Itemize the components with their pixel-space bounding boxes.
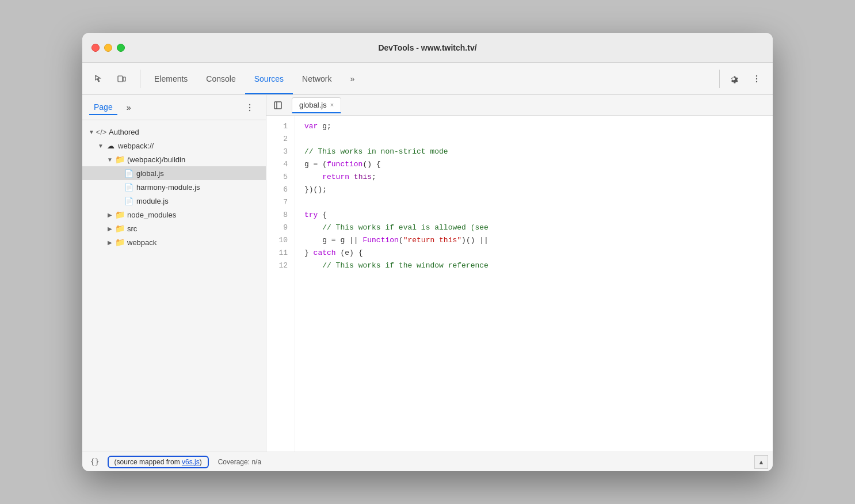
tab-sources[interactable]: Sources xyxy=(245,63,293,94)
format-button[interactable]: {} xyxy=(87,456,103,467)
expand-button[interactable]: ▲ xyxy=(754,455,768,469)
source-mapped-close: ) xyxy=(200,458,202,466)
webpack-folder-icon: 📁 xyxy=(114,237,125,247)
traffic-lights xyxy=(91,44,125,52)
settings-button[interactable] xyxy=(724,70,743,88)
buildin-arrow: ▼ xyxy=(105,155,114,164)
toolbar: Elements Console Sources Network » xyxy=(82,63,773,95)
cloud-icon: ☁ xyxy=(105,140,116,151)
code-line-2 xyxy=(304,133,764,146)
sidebar-menu-button[interactable] xyxy=(241,98,259,117)
toolbar-right-actions xyxy=(719,70,766,88)
svg-point-4 xyxy=(756,81,757,82)
node-modules-label: node_modules xyxy=(127,211,176,219)
code-line-7 xyxy=(304,196,764,209)
tab-network[interactable]: Network xyxy=(293,63,341,94)
code-line-8: try { xyxy=(304,209,764,222)
webpack-arrow: ▼ xyxy=(96,141,105,150)
more-options-button[interactable] xyxy=(747,70,766,88)
editor-tab-global-js[interactable]: global.js × xyxy=(292,97,341,113)
svg-point-6 xyxy=(249,106,250,108)
module-js-arrow xyxy=(114,196,124,205)
sidebar-tab-more[interactable]: » xyxy=(122,101,136,114)
sidebar-tab-page[interactable]: Page xyxy=(89,100,117,115)
node-modules-arrow: ▶ xyxy=(105,210,114,219)
webpack-folder-label: webpack xyxy=(127,238,157,247)
authored-arrow: ▼ xyxy=(87,127,96,136)
code-line-12: // This works if the window reference xyxy=(304,259,764,272)
main-layout: Page » ▼ </> Auth xyxy=(82,95,773,452)
module-js-file-icon: 📄 xyxy=(124,196,134,206)
code-line-11: } catch (e) { xyxy=(304,247,764,259)
global-js-label: global.js xyxy=(136,169,164,178)
svg-point-7 xyxy=(249,109,250,110)
maximize-button[interactable] xyxy=(117,44,125,52)
code-line-5: return this; xyxy=(304,171,764,184)
svg-point-3 xyxy=(756,78,757,79)
code-line-4: g = (function() { xyxy=(304,158,764,171)
source-mapped-badge: (source mapped from v6s.js) xyxy=(108,456,209,468)
editor-tab-close[interactable]: × xyxy=(330,101,334,108)
window-title: DevTools - www.twitch.tv/ xyxy=(378,43,476,52)
toggle-sidebar-button[interactable] xyxy=(271,98,285,112)
authored-label: Authored xyxy=(109,128,139,136)
webpack-label: webpack:// xyxy=(118,142,154,150)
webpack-folder-arrow: ▶ xyxy=(105,238,114,247)
svg-point-5 xyxy=(249,104,250,105)
sidebar-item-buildin[interactable]: ▼ 📁 (webpack)/buildin xyxy=(82,152,266,166)
close-button[interactable] xyxy=(91,44,100,52)
editor-tab-filename: global.js xyxy=(299,101,327,109)
minimize-button[interactable] xyxy=(104,44,112,52)
svg-point-2 xyxy=(756,75,757,76)
sidebar-item-harmony-module-js[interactable]: 📄 harmony-module.js xyxy=(82,180,266,194)
coverage-label: Coverage: n/a xyxy=(218,458,261,466)
src-folder-icon: 📁 xyxy=(114,223,125,234)
svg-rect-1 xyxy=(123,77,125,81)
inspect-element-button[interactable] xyxy=(89,70,108,88)
buildin-label: (webpack)/buildin xyxy=(127,155,185,164)
title-bar: DevTools - www.twitch.tv/ xyxy=(82,33,773,63)
sidebar-tree: ▼ </> Authored ▼ ☁ webpack:// ▼ 📁 (webpa… xyxy=(82,120,266,452)
sidebar-item-node-modules[interactable]: ▶ 📁 node_modules xyxy=(82,208,266,222)
svg-rect-8 xyxy=(274,102,281,109)
code-line-6: })(); xyxy=(304,184,764,196)
codetag-icon: </> xyxy=(96,127,106,137)
buildin-folder-icon: 📁 xyxy=(114,154,125,165)
sidebar-item-global-js[interactable]: 📄 global.js xyxy=(82,166,266,180)
harmony-module-arrow xyxy=(114,182,124,192)
tab-more[interactable]: » xyxy=(341,63,364,94)
source-mapped-text: (source mapped from xyxy=(114,458,182,466)
sidebar: Page » ▼ </> Auth xyxy=(82,95,266,452)
line-numbers: 1 2 3 4 5 6 7 8 9 10 11 12 xyxy=(266,116,295,452)
editor-tabs-bar: global.js × xyxy=(266,95,773,116)
code-line-9: // This works if eval is allowed (see xyxy=(304,222,764,234)
src-label: src xyxy=(127,224,137,233)
sidebar-item-webpack-folder[interactable]: ▶ 📁 webpack xyxy=(82,235,266,249)
editor-area: global.js × 1 2 3 4 5 6 7 8 9 10 11 xyxy=(266,95,773,452)
harmony-module-file-icon: 📄 xyxy=(124,182,134,192)
code-line-1: var g; xyxy=(304,120,764,133)
toolbar-devtools-icons xyxy=(89,70,140,88)
module-js-label: module.js xyxy=(136,197,169,205)
sidebar-item-src[interactable]: ▶ 📁 src xyxy=(82,222,266,235)
global-js-arrow xyxy=(114,169,124,178)
harmony-module-label: harmony-module.js xyxy=(136,183,200,192)
tab-console[interactable]: Console xyxy=(197,63,245,94)
devtools-window: DevTools - www.twitch.tv/ Elements Conso xyxy=(82,33,773,471)
code-content[interactable]: 1 2 3 4 5 6 7 8 9 10 11 12 var g; // Thi… xyxy=(266,116,773,452)
toolbar-tabs: Elements Console Sources Network » xyxy=(140,63,719,94)
status-bar: {} (source mapped from v6s.js) Coverage:… xyxy=(82,452,773,471)
tab-elements[interactable]: Elements xyxy=(145,63,197,94)
global-js-file-icon: 📄 xyxy=(124,168,134,178)
code-line-3: // This works in non-strict mode xyxy=(304,146,764,158)
sidebar-item-authored[interactable]: ▼ </> Authored xyxy=(82,125,266,139)
code-line-10: g = g || Function("return this")() || xyxy=(304,234,764,247)
src-arrow: ▶ xyxy=(105,224,114,233)
sidebar-item-webpack[interactable]: ▼ ☁ webpack:// xyxy=(82,139,266,152)
svg-rect-0 xyxy=(118,76,123,82)
sidebar-header-right xyxy=(241,98,259,117)
sidebar-header: Page » xyxy=(82,95,266,120)
source-mapped-file-link[interactable]: v6s.js xyxy=(182,458,200,466)
sidebar-item-module-js[interactable]: 📄 module.js xyxy=(82,194,266,208)
device-toggle-button[interactable] xyxy=(112,70,131,88)
